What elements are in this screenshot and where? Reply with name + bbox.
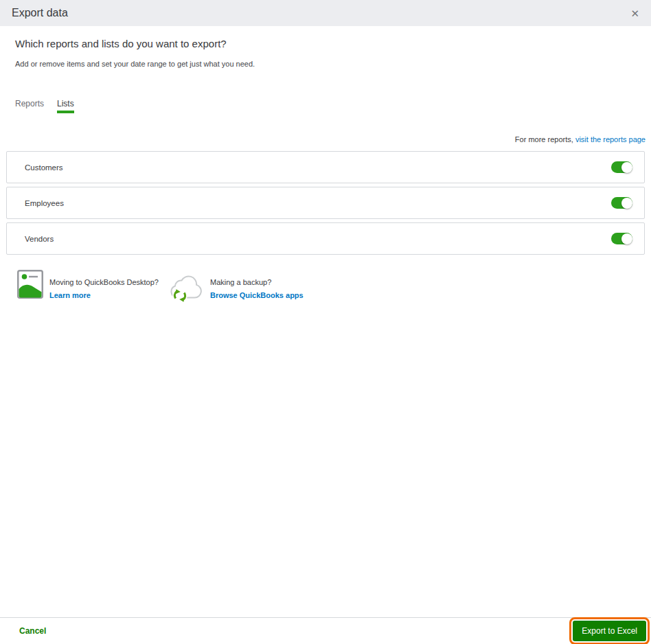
list-item-label: Customers (25, 163, 63, 172)
more-reports-text: For more reports, (515, 135, 575, 143)
tab-reports[interactable]: Reports (15, 99, 44, 113)
tab-bar: Reports Lists (15, 99, 651, 113)
more-reports-note: For more reports, visit the reports page (0, 135, 646, 143)
export-list: Customers Employees Vendors (6, 151, 645, 255)
promo-title: Moving to QuickBooks Desktop? (49, 278, 159, 286)
visit-reports-page-link[interactable]: visit the reports page (575, 135, 646, 143)
toggle-knob (621, 162, 632, 173)
page-subtitle: Add or remove items and set your date ra… (15, 60, 651, 68)
cloud-sync-icon (170, 271, 205, 307)
promo-desktop: Moving to QuickBooks Desktop? Learn more (17, 270, 170, 307)
learn-more-link[interactable]: Learn more (49, 291, 159, 299)
list-item-customers: Customers (6, 151, 645, 183)
toggle-customers[interactable] (611, 161, 632, 173)
toggle-vendors[interactable] (611, 233, 632, 244)
browse-apps-link[interactable]: Browse QuickBooks apps (210, 291, 304, 299)
cancel-button[interactable]: Cancel (19, 626, 46, 636)
desktop-export-icon (17, 270, 43, 301)
list-item-label: Vendors (25, 235, 54, 243)
toggle-knob (621, 198, 632, 209)
promo-text: Making a backup? Browse QuickBooks apps (210, 270, 304, 299)
close-icon[interactable]: ✕ (630, 8, 639, 19)
modal-header: Export data ✕ (0, 0, 651, 26)
promo-text: Moving to QuickBooks Desktop? Learn more (49, 270, 159, 299)
promo-title: Making a backup? (210, 278, 304, 286)
page-title: Which reports and lists do you want to e… (15, 38, 651, 49)
modal-title: Export data (12, 7, 68, 19)
modal-body: Which reports and lists do you want to e… (0, 26, 651, 617)
toggle-knob (621, 233, 632, 244)
promo-backup: Making a backup? Browse QuickBooks apps (170, 270, 322, 307)
promo-section: Moving to QuickBooks Desktop? Learn more (17, 270, 651, 307)
list-item-employees: Employees (6, 187, 645, 219)
toggle-employees[interactable] (611, 197, 632, 209)
export-to-excel-button[interactable]: Export to Excel (573, 621, 646, 641)
tab-lists[interactable]: Lists (57, 99, 74, 113)
list-item-label: Employees (25, 199, 64, 207)
modal-footer: Cancel Export to Excel (0, 617, 651, 644)
list-item-vendors: Vendors (6, 222, 645, 255)
